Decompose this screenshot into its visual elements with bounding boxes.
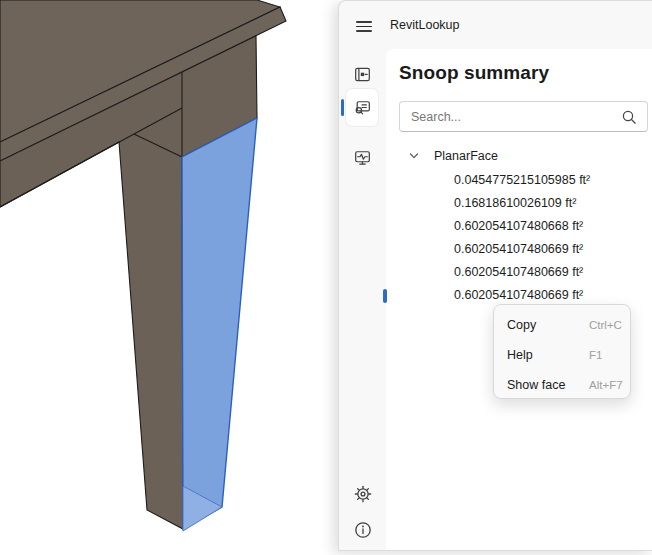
menu-item-shortcut: Alt+F7 — [589, 379, 623, 391]
tree-value-row[interactable]: 0.602054107480669 ft² — [386, 260, 648, 283]
menu-item-copy[interactable]: Copy Ctrl+C — [497, 310, 627, 340]
revitlookup-window: RevitLookup — [338, 0, 652, 551]
snoop-summary-icon — [354, 99, 371, 116]
window-title: RevitLookup — [390, 18, 460, 33]
page-title: Snoop summary — [399, 62, 549, 84]
search-box — [399, 101, 648, 132]
face-area-value: 0.602054107480668 ft² — [454, 219, 583, 233]
revit-3d-viewport[interactable] — [0, 0, 340, 555]
event-monitor-icon — [354, 149, 371, 166]
titlebar[interactable]: RevitLookup — [339, 1, 652, 49]
about-button[interactable] — [351, 518, 375, 542]
info-icon — [354, 521, 372, 539]
menu-item-shortcut: Ctrl+C — [589, 319, 622, 331]
face-area-value: 0.602054107480669 ft² — [454, 242, 583, 256]
tree-node-label: PlanarFace — [434, 149, 498, 163]
tree-value-row[interactable]: 0.16818610026109 ft² — [386, 191, 648, 214]
chevron-down-icon[interactable] — [409, 152, 419, 160]
sidebar-item-snoop-summary[interactable] — [346, 89, 378, 126]
context-menu: Copy Ctrl+C Help F1 Show face Alt+F7 — [493, 304, 631, 399]
sidebar-item-snoop-selection[interactable] — [346, 57, 378, 91]
sidebar-item-event-monitor[interactable] — [346, 140, 378, 174]
face-area-value: 0.602054107480669 ft² — [454, 265, 583, 279]
sidebar-selection-accent-bar — [341, 99, 345, 116]
face-area-value: 0.0454775215105985 ft² — [454, 173, 590, 187]
tree-selection-accent-bar — [383, 289, 387, 303]
tree-value-row-selected[interactable]: 0.602054107480669 ft² — [386, 283, 648, 306]
app-root: RevitLookup — [0, 0, 652, 555]
selected-planar-face[interactable] — [182, 118, 257, 529]
settings-gear-icon — [354, 485, 372, 503]
menu-item-label: Help — [507, 348, 533, 362]
content-panel: Snoop summary PlanarFace 0.04547752 — [386, 49, 652, 550]
face-area-value: 0.16818610026109 ft² — [454, 196, 576, 210]
snoop-selection-icon — [354, 66, 371, 83]
menu-item-label: Show face — [507, 378, 565, 392]
menu-item-shortcut: F1 — [589, 349, 602, 361]
hamburger-menu-icon[interactable] — [356, 21, 372, 33]
tree-node-planarface[interactable]: PlanarFace — [386, 145, 648, 167]
settings-button[interactable] — [351, 482, 375, 506]
search-icon[interactable] — [622, 110, 637, 125]
menu-item-help[interactable]: Help F1 — [497, 340, 627, 370]
tree-value-row[interactable]: 0.602054107480668 ft² — [386, 214, 648, 237]
search-input[interactable] — [411, 102, 616, 131]
tree-value-row[interactable]: 0.602054107480669 ft² — [386, 237, 648, 260]
menu-item-show-face[interactable]: Show face Alt+F7 — [497, 370, 627, 400]
tree-value-row[interactable]: 0.0454775215105985 ft² — [386, 168, 648, 191]
menu-item-label: Copy — [507, 318, 536, 332]
face-area-value: 0.602054107480669 ft² — [454, 288, 583, 302]
